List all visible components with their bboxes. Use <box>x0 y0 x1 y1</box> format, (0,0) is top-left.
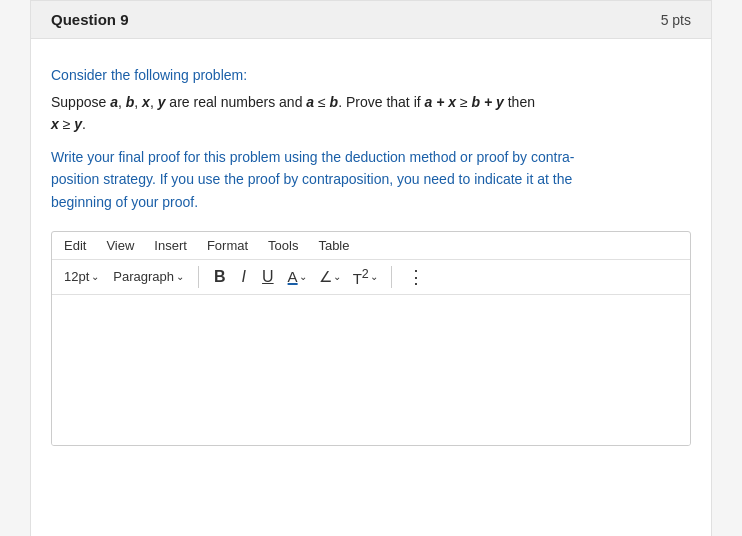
font-color-arrow: ⌄ <box>299 271 307 282</box>
toolbar-separator-2 <box>391 266 392 288</box>
highlight-beginning: beginning of your proof <box>51 194 194 210</box>
superscript-button[interactable]: T2 ⌄ <box>350 265 381 289</box>
superscript-sup: 2 <box>362 267 369 281</box>
question-header: Question 9 5 pts <box>30 0 712 39</box>
editor-container: Edit View Insert Format Tools Table 12pt… <box>51 231 691 446</box>
math-expr1: a <box>306 94 314 110</box>
paragraph-select[interactable]: Paragraph ⌄ <box>109 267 188 286</box>
math-expr3: b + y <box>472 94 504 110</box>
editor-toolbar: 12pt ⌄ Paragraph ⌄ B I U A ⌄ <box>52 260 690 295</box>
problem-statement: Suppose a, b, x, y are real numbers and … <box>51 91 691 136</box>
highlight-arrow: ⌄ <box>333 271 341 282</box>
font-color-button[interactable]: A ⌄ <box>285 266 310 287</box>
math-expr2: a + x <box>425 94 457 110</box>
menu-insert[interactable]: Insert <box>150 236 191 255</box>
question-pts: 5 pts <box>661 12 691 28</box>
math-b: b <box>126 94 135 110</box>
question-title: Question 9 <box>51 11 129 28</box>
paragraph-value: Paragraph <box>113 269 174 284</box>
highlight-button[interactable]: ∠ ⌄ <box>316 266 344 288</box>
highlight-deduction: deduction method <box>345 149 456 165</box>
editor-menubar: Edit View Insert Format Tools Table <box>52 232 690 260</box>
menu-view[interactable]: View <box>102 236 138 255</box>
font-size-value: 12pt <box>64 269 89 284</box>
math-expr1b: b <box>330 94 339 110</box>
menu-table[interactable]: Table <box>314 236 353 255</box>
italic-button[interactable]: I <box>237 266 251 288</box>
question-body: Consider the following problem: Suppose … <box>51 57 691 446</box>
problem-intro: Consider the following problem: <box>51 67 691 83</box>
superscript-label: T2 <box>353 267 369 287</box>
superscript-arrow: ⌄ <box>370 271 378 282</box>
underline-button[interactable]: U <box>257 266 279 288</box>
paragraph-chevron: ⌄ <box>176 271 184 282</box>
math-y: y <box>158 94 166 110</box>
math-expr4: x <box>51 116 59 132</box>
page-container: Question 9 5 pts Consider the following … <box>0 0 742 536</box>
font-size-chevron: ⌄ <box>91 271 99 282</box>
bold-button[interactable]: B <box>209 266 231 288</box>
math-a: a <box>110 94 118 110</box>
highlight-label: ∠ <box>319 268 332 286</box>
font-color-label: A <box>288 268 298 285</box>
font-size-select[interactable]: 12pt ⌄ <box>60 267 103 286</box>
menu-tools[interactable]: Tools <box>264 236 302 255</box>
highlight-indicate: indicate <box>474 171 522 187</box>
highlight-contraposition: proof by contraposition <box>248 171 390 187</box>
menu-edit[interactable]: Edit <box>60 236 90 255</box>
highlight-final: final proof <box>118 149 179 165</box>
question-card: Consider the following problem: Suppose … <box>30 39 712 536</box>
menu-format[interactable]: Format <box>203 236 252 255</box>
more-options-button[interactable]: ⋮ <box>402 264 431 290</box>
editor-area[interactable] <box>52 295 690 445</box>
math-expr5: y <box>74 116 82 132</box>
toolbar-separator-1 <box>198 266 199 288</box>
math-x: x <box>142 94 150 110</box>
write-instructions: Write your final proof for this problem … <box>51 146 691 213</box>
